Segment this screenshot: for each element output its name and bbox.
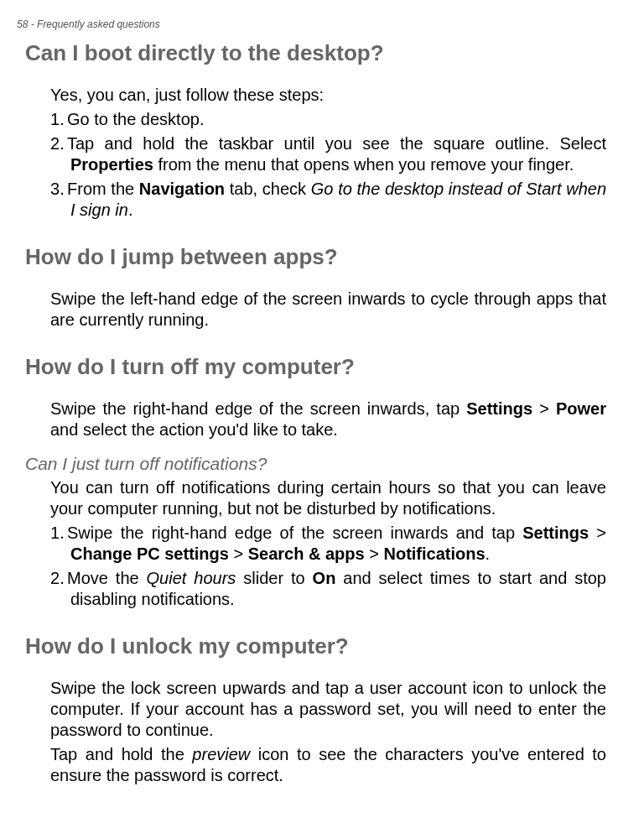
heading-turn-off: How do I turn off my computer?	[25, 354, 606, 380]
page-header: 58 - Frequently asked questions	[17, 18, 606, 30]
subheading-notifications: Can I just turn off notifications?	[25, 454, 606, 474]
heading-unlock: How do I unlock my computer?	[25, 633, 606, 659]
heading-jump-apps: How do I jump between apps?	[25, 244, 606, 270]
body-text: You can turn off notifications during ce…	[50, 477, 606, 519]
list-item: Tap and hold the taskbar until you see t…	[50, 133, 606, 175]
heading-boot-desktop: Can I boot directly to the desktop?	[25, 40, 606, 66]
list-item: From the Navigation tab, check Go to the…	[50, 179, 606, 221]
body-text: Swipe the right-hand edge of the screen …	[50, 398, 606, 440]
steps-boot-desktop: Go to the desktop. Tap and hold the task…	[50, 109, 606, 221]
steps-notifications: Swipe the right-hand edge of the screen …	[50, 523, 606, 610]
list-item: Swipe the right-hand edge of the screen …	[50, 523, 606, 565]
body-text: Tap and hold the preview icon to see the…	[50, 744, 606, 786]
body-text: Swipe the lock screen upwards and tap a …	[50, 678, 606, 741]
list-item: Move the Quiet hours slider to On and se…	[50, 568, 606, 610]
intro-text: Yes, you can, just follow these steps:	[50, 85, 606, 106]
body-text: Swipe the left-hand edge of the screen i…	[50, 289, 606, 331]
list-item: Go to the desktop.	[50, 109, 606, 130]
